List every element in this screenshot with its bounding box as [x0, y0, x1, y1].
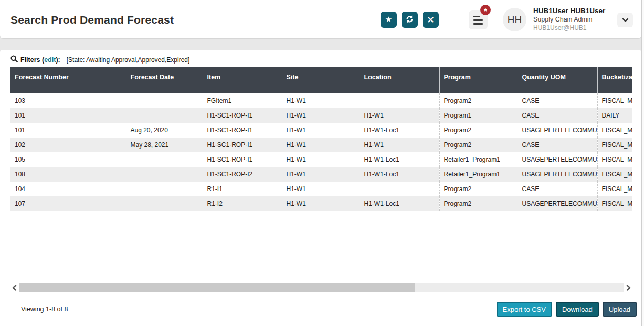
right-edge-scroll-strip[interactable]	[641, 0, 644, 326]
table-row[interactable]: 102May 28, 2021H1-SC1-ROP-I1H1-W1H1-W1Pr…	[10, 138, 632, 152]
chevron-down-icon	[622, 16, 629, 24]
notification-badge[interactable]: ★	[480, 5, 491, 15]
column-header[interactable]: Forecast Number	[10, 67, 126, 93]
table-cell: USAGEPERTELECOMMU...	[518, 152, 597, 167]
table-cell: FISCAL_MONTHLY	[597, 93, 632, 108]
table-cell: R1-I1	[203, 182, 282, 196]
export-to-csv-button[interactable]: Export to CSV	[497, 302, 552, 317]
close-button[interactable]: ×	[423, 12, 439, 28]
user-menu-dropdown-button[interactable]	[617, 13, 633, 27]
download-button[interactable]: Download	[556, 302, 599, 317]
table-cell: H1-SC1-ROP-I1	[203, 108, 282, 123]
filters-edit-link[interactable]: edit	[44, 56, 56, 64]
scroll-right-button[interactable]	[625, 283, 632, 292]
table-cell: FISCAL_MONTHLY	[597, 123, 632, 138]
table-cell: 104	[10, 182, 126, 196]
column-header[interactable]: Bucketization	[597, 67, 632, 93]
table-cell: 103	[10, 93, 126, 108]
search-icon	[10, 55, 18, 65]
table-cell: H1-W1	[282, 152, 360, 167]
avatar-initials: HH	[508, 14, 522, 26]
top-bar: Search Prod Demand Forecast ★ ×	[0, 0, 641, 38]
table-row[interactable]: 101H1-SC1-ROP-I1H1-W1H1-W1Program1CASEDA…	[10, 108, 632, 123]
favorite-button[interactable]: ★	[381, 12, 397, 28]
table-cell: H1-W1-Loc1	[360, 123, 439, 138]
refresh-icon	[405, 15, 414, 25]
column-header[interactable]: Location	[360, 67, 439, 93]
page: Search Prod Demand Forecast ★ ×	[0, 0, 644, 326]
badge-star-icon: ★	[483, 7, 488, 13]
user-role: Supply Chain Admin	[533, 15, 605, 24]
star-icon: ★	[385, 16, 392, 24]
table-cell: Program2	[439, 123, 518, 138]
avatar[interactable]: HH	[503, 8, 526, 31]
table-cell: H1-W1-Loc1	[360, 167, 439, 182]
table-cell	[360, 182, 439, 196]
table-cell: H1-SC1-ROP-I1	[203, 152, 282, 167]
table-row[interactable]: 105H1-SC1-ROP-I1H1-W1H1-W1-Loc1Retailer1…	[10, 152, 632, 167]
column-header[interactable]: Item	[203, 67, 282, 93]
table-cell: 108	[10, 167, 126, 182]
filters-value: [State: Awaiting Approval,Approved,Expir…	[67, 56, 190, 64]
table-cell: 102	[10, 138, 126, 152]
horizontal-scrollbar[interactable]	[10, 283, 632, 292]
table-row[interactable]: 108H1-SC1-ROP-I2H1-W1H1-W1-Loc1Retailer1…	[10, 167, 632, 182]
table-row[interactable]: 104R1-I1H1-W1Program2CASEFISCAL_MONTHLY	[10, 182, 632, 196]
table-cell: H1-W1	[282, 123, 360, 138]
table-row[interactable]: 101Aug 20, 2020H1-SC1-ROP-I1H1-W1H1-W1-L…	[10, 123, 632, 138]
table-cell	[360, 93, 439, 108]
table-row[interactable]: 103FGItem1H1-W1Program2CASEFISCAL_MONTHL…	[10, 93, 632, 108]
table-cell: CASE	[518, 93, 597, 108]
table-cell: 107	[10, 196, 126, 211]
table-cell: CASE	[518, 138, 597, 152]
table-cell: Retailer1_Program1	[439, 152, 518, 167]
table-cell: FISCAL_MONTHLY	[597, 196, 632, 211]
filters-bar: Filters (edit): [State: Awaiting Approva…	[10, 55, 189, 65]
table-cell: FISCAL_MONTHLY	[597, 138, 632, 152]
table-cell: H1-W1	[360, 108, 439, 123]
topbar-divider	[453, 6, 453, 33]
filters-label-suffix: ):	[56, 56, 60, 64]
table-cell	[126, 108, 203, 123]
table-cell: CASE	[518, 182, 597, 196]
column-header[interactable]: Quantity UOM	[518, 67, 597, 93]
table-cell: H1-W1	[282, 138, 360, 152]
table-cell: 101	[10, 108, 126, 123]
scrollbar-track[interactable]	[19, 283, 624, 292]
table-cell: CASE	[518, 108, 597, 123]
table-cell: May 28, 2021	[126, 138, 203, 152]
table-cell: 101	[10, 123, 126, 138]
table-cell: USAGEPERTELECOMMU...	[518, 123, 597, 138]
hamburger-icon	[473, 16, 480, 17]
table-cell: Program2	[439, 138, 518, 152]
table-cell: H1-W1-Loc1	[360, 196, 439, 211]
table-cell: DAILY	[597, 108, 632, 123]
column-header[interactable]: Forecast Date	[126, 67, 203, 93]
column-header[interactable]: Program	[439, 67, 518, 93]
table-body: 103FGItem1H1-W1Program2CASEFISCAL_MONTHL…	[10, 93, 632, 211]
table-cell: Program2	[439, 93, 518, 108]
user-info: HUB1User HUB1User Supply Chain Admin HUB…	[533, 7, 605, 32]
forecast-table: Forecast NumberForecast DateItemSiteLoca…	[10, 67, 632, 211]
table-cell: H1-W1	[282, 196, 360, 211]
table-cell: H1-SC1-ROP-I2	[203, 167, 282, 182]
upload-button[interactable]: Upload	[603, 302, 637, 317]
user-name: HUB1User HUB1User	[533, 7, 605, 15]
filters-label: Filters (	[20, 56, 44, 64]
table-cell	[126, 152, 203, 167]
table-cell: H1-SC1-ROP-I1	[203, 123, 282, 138]
refresh-button[interactable]	[402, 12, 418, 28]
table-cell: 105	[10, 152, 126, 167]
table-cell: H1-W1	[282, 167, 360, 182]
content-card: Filters (edit): [State: Awaiting Approva…	[0, 50, 641, 326]
table-header-row: Forecast NumberForecast DateItemSiteLoca…	[10, 67, 632, 93]
table-cell: Retailer1_Program1	[439, 167, 518, 182]
column-header[interactable]: Site	[282, 67, 360, 93]
table-cell: H1-W1	[282, 93, 360, 108]
table-cell: Aug 20, 2020	[126, 123, 203, 138]
scrollbar-thumb[interactable]	[19, 283, 415, 292]
table-cell: FISCAL_MONTHLY	[597, 182, 632, 196]
table-cell: H1-W1-Loc1	[360, 152, 439, 167]
table-row[interactable]: 107R1-I2H1-W1H1-W1-Loc1Program2USAGEPERT…	[10, 196, 632, 211]
scroll-left-button[interactable]	[10, 283, 18, 292]
